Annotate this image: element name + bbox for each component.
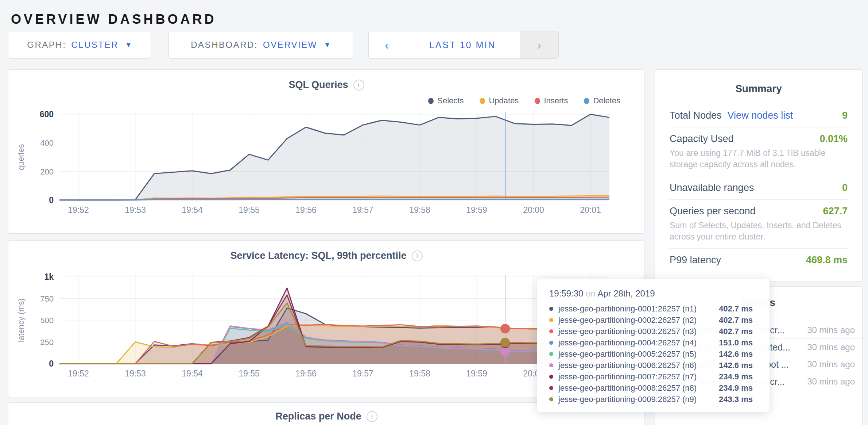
svg-text:600: 600	[40, 110, 54, 119]
service-latency-title: Service Latency: SQL, 99th percentile i	[8, 250, 644, 261]
tooltip-row: jesse-geo-partitioning-0002:26257 (n2)40…	[549, 314, 757, 326]
tooltip-row: jesse-geo-partitioning-0001:26257 (n1)40…	[549, 303, 757, 314]
svg-text:19:58: 19:58	[409, 205, 430, 215]
summary-row-label: Unavailable ranges	[670, 182, 754, 194]
tooltip-node-value: 142.6 ms	[719, 361, 753, 370]
tooltip-node-value: 402.7 ms	[719, 315, 753, 325]
svg-text:19:53: 19:53	[125, 205, 146, 215]
service-latency-chart[interactable]: 02505007501k19:5219:5319:5419:5519:5619:…	[11, 271, 617, 382]
sql-queries-chart[interactable]: 020040060019:5219:5319:5419:5519:5619:57…	[11, 106, 617, 218]
tooltip-row: jesse-geo-partitioning-0003:26257 (n3)40…	[549, 326, 757, 337]
legend-item-inserts[interactable]: Inserts	[535, 96, 568, 106]
timespan-label[interactable]: LAST 10 MIN	[405, 40, 520, 50]
tooltip-row: jesse-geo-partitioning-0004:26257 (n4)15…	[549, 337, 757, 348]
graph-dropdown-label: GRAPH:	[27, 40, 66, 50]
svg-text:20:01: 20:01	[580, 205, 601, 215]
series-dot-icon	[549, 307, 553, 311]
chart-hover-tooltip: 19:59:30 on Apr 28th, 2019 jesse-geo-par…	[537, 279, 770, 412]
chevron-down-icon: ▼	[324, 41, 331, 49]
svg-text:19:56: 19:56	[295, 369, 317, 378]
timespan-selector: ‹ LAST 10 MIN ›	[368, 31, 559, 59]
page-title: OVERVIEW DASHBOARD	[11, 12, 216, 27]
svg-text:19:59: 19:59	[466, 205, 487, 215]
tooltip-node-name: jesse-geo-partitioning-0005:26257 (n5)	[558, 349, 719, 359]
tooltip-row: jesse-geo-partitioning-0008:26257 (n8)23…	[549, 382, 757, 394]
tooltip-date: Apr 28th, 2019	[597, 288, 655, 298]
svg-text:19:52: 19:52	[68, 205, 89, 215]
svg-text:20:00: 20:00	[523, 205, 544, 215]
timespan-next-button[interactable]: ›	[520, 31, 558, 58]
summary-row-p99-latency: P99 latency 469.8 ms	[670, 249, 848, 272]
chart-title-text: SQL Queries	[288, 79, 348, 91]
svg-text:19:54: 19:54	[182, 369, 203, 378]
legend-item-updates[interactable]: Updates	[480, 96, 519, 106]
series-dot-icon	[549, 329, 553, 333]
series-dot-icon	[549, 397, 553, 401]
tooltip-row: jesse-geo-partitioning-0007:26257 (n7)23…	[549, 371, 757, 382]
event-time: 30 mins ago	[793, 359, 855, 370]
tooltip-node-name: jesse-geo-partitioning-0004:26257 (n4)	[558, 338, 719, 348]
view-nodes-list-link[interactable]: View nodes list	[728, 110, 793, 121]
series-dot-icon	[549, 352, 553, 356]
svg-text:500: 500	[40, 316, 54, 325]
info-icon[interactable]: i	[353, 80, 364, 91]
graph-dropdown[interactable]: GRAPH: CLUSTER ▼	[8, 31, 151, 59]
tooltip-timestamp: 19:59:30 on Apr 28th, 2019	[549, 288, 757, 299]
legend-dot-icon	[535, 98, 540, 104]
svg-text:19:54: 19:54	[182, 205, 203, 215]
svg-text:1k: 1k	[44, 272, 54, 282]
tooltip-node-name: jesse-geo-partitioning-0002:26257 (n2)	[558, 315, 719, 325]
sql-queries-title: SQL Queries i	[8, 79, 644, 91]
summary-row-label: P99 latency	[670, 254, 721, 266]
legend-item-deletes[interactable]: Deletes	[584, 96, 620, 106]
tooltip-node-value: 402.7 ms	[719, 327, 753, 336]
summary-row-label: Capacity Used	[670, 133, 734, 145]
summary-row-value: 627.7	[823, 206, 848, 217]
summary-row-value: 9	[842, 110, 848, 121]
summary-row-value: 0	[842, 182, 848, 194]
svg-text:queries: queries	[16, 144, 26, 170]
tooltip-node-value: 234.9 ms	[719, 383, 753, 393]
tooltip-row: jesse-geo-partitioning-0005:26257 (n5)14…	[549, 348, 757, 360]
sql-queries-card: SQL Queries i SelectsUpdatesInsertsDelet…	[8, 69, 645, 234]
svg-text:19:59: 19:59	[466, 369, 487, 378]
tooltip-node-value: 243.3 ms	[719, 395, 753, 404]
summary-row-unavailable-ranges: Unavailable ranges 0	[670, 176, 848, 200]
dashboard-dropdown[interactable]: DASHBOARD: OVERVIEW ▼	[168, 31, 353, 59]
tooltip-conjunction: on	[586, 288, 596, 298]
chevron-right-icon: ›	[537, 38, 541, 52]
tooltip-node-value: 142.6 ms	[719, 349, 753, 359]
summary-row-label: Total Nodes	[670, 110, 722, 121]
legend-dot-icon	[480, 98, 485, 104]
chevron-down-icon: ▼	[125, 41, 132, 49]
summary-row-value: 0.01%	[819, 133, 848, 145]
legend-dot-icon	[584, 98, 589, 104]
summary-row-total-nodes: Total Nodes View nodes list 9	[670, 104, 848, 127]
series-dot-icon	[549, 318, 553, 322]
legend-item-selects[interactable]: Selects	[428, 96, 464, 106]
timespan-prev-button[interactable]: ‹	[369, 31, 405, 58]
info-icon[interactable]: i	[412, 250, 423, 261]
replicas-per-node-title: Replicas per Node i	[8, 411, 644, 422]
chart-title-text: Replicas per Node	[275, 411, 361, 422]
chart-title-text: Service Latency: SQL, 99th percentile	[230, 250, 406, 261]
graph-dropdown-value: CLUSTER	[71, 40, 119, 50]
svg-text:19:57: 19:57	[352, 369, 373, 378]
tooltip-node-name: jesse-geo-partitioning-0003:26257 (n3)	[558, 327, 719, 336]
svg-text:750: 750	[40, 294, 54, 303]
series-dot-icon	[549, 341, 553, 345]
legend-label: Selects	[437, 96, 464, 106]
tooltip-node-name: jesse-geo-partitioning-0006:26257 (n6)	[558, 361, 719, 370]
tooltip-time: 19:59:30	[549, 288, 583, 298]
event-time: 30 mins ago	[793, 376, 855, 387]
series-dot-icon	[549, 386, 553, 390]
dashboard-dropdown-value: OVERVIEW	[263, 40, 317, 50]
svg-text:latency (ms): latency (ms)	[16, 298, 26, 342]
svg-text:19:55: 19:55	[239, 205, 260, 215]
chevron-left-icon: ‹	[385, 38, 389, 52]
tooltip-node-name: jesse-geo-partitioning-0009:26257 (n9)	[558, 395, 719, 404]
info-icon[interactable]: i	[367, 411, 377, 422]
event-time: 30 mins ago	[793, 342, 855, 353]
dashboard-dropdown-label: DASHBOARD:	[191, 40, 258, 50]
summary-row-value: 469.8 ms	[806, 254, 848, 266]
